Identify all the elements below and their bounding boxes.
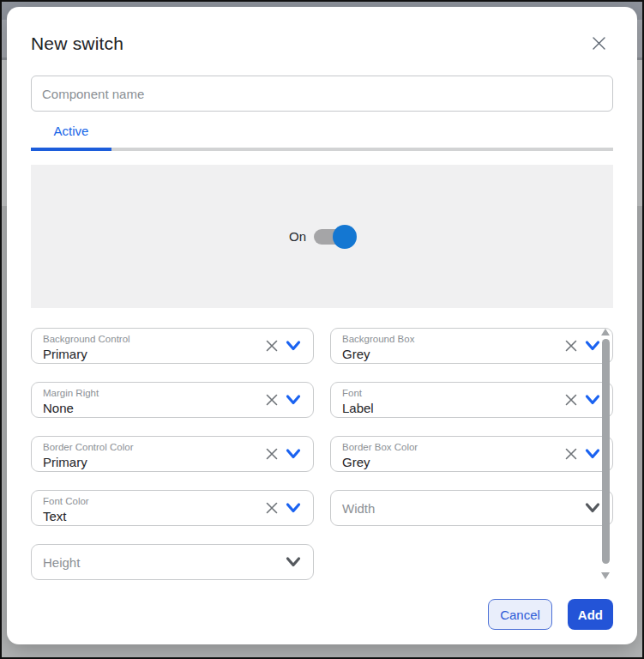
- dialog-footer: Cancel Add: [31, 599, 613, 630]
- tab-bar: Active: [31, 124, 613, 151]
- toggle-label: On: [289, 229, 306, 244]
- field-value: Primary: [43, 346, 239, 362]
- scrollbar-thumb[interactable]: [602, 339, 610, 564]
- chevron-down-icon[interactable]: [585, 394, 600, 406]
- field-label: Background Box: [342, 333, 539, 345]
- clear-icon[interactable]: [564, 339, 578, 353]
- chevron-down-icon[interactable]: [286, 502, 301, 514]
- field-actions: [564, 393, 600, 407]
- chevron-down-icon[interactable]: [585, 448, 600, 460]
- field-actions: [265, 339, 301, 353]
- dialog-title: New switch: [31, 33, 613, 54]
- field-value: None: [43, 400, 239, 416]
- field-label: Margin Right: [43, 387, 239, 399]
- component-name-input[interactable]: [31, 76, 613, 112]
- field-actions: [564, 339, 600, 353]
- preview-panel: On: [31, 165, 613, 308]
- field-placeholder: Height: [32, 555, 80, 570]
- scrollbar: [601, 329, 610, 579]
- chevron-down-icon[interactable]: [286, 340, 301, 352]
- close-icon: [591, 35, 607, 54]
- clear-icon[interactable]: [265, 447, 279, 461]
- select-font[interactable]: Font Label: [330, 382, 613, 418]
- screen-frame: New switch Active On: [0, 0, 644, 659]
- select-margin-right[interactable]: Margin Right None: [31, 382, 314, 418]
- field-actions: [564, 447, 600, 461]
- tab-active[interactable]: Active: [31, 124, 111, 138]
- dialog-header: New switch: [31, 33, 613, 54]
- tab-track: [31, 148, 613, 151]
- toggle-knob[interactable]: [333, 225, 357, 249]
- chevron-down-icon[interactable]: [286, 556, 301, 568]
- chevron-down-icon[interactable]: [286, 448, 301, 460]
- clear-icon[interactable]: [564, 393, 578, 407]
- select-font-color[interactable]: Font Color Text: [31, 490, 314, 526]
- field-actions: [585, 502, 600, 514]
- field-value: Grey: [342, 346, 539, 362]
- style-fields-grid: Background Control Primary Background Bo…: [31, 328, 613, 580]
- close-button[interactable]: [589, 35, 608, 54]
- new-switch-dialog: New switch Active On: [7, 7, 637, 644]
- select-height[interactable]: Height: [31, 544, 314, 580]
- field-actions: [286, 556, 301, 568]
- field-label: Background Control: [43, 333, 239, 345]
- field-placeholder: Width: [331, 501, 375, 516]
- clear-icon[interactable]: [265, 393, 279, 407]
- scroll-up-icon[interactable]: [601, 329, 610, 336]
- clear-icon[interactable]: [265, 339, 279, 353]
- field-value: Primary: [43, 454, 239, 470]
- field-value: Label: [342, 400, 539, 416]
- select-background-box[interactable]: Background Box Grey: [330, 328, 613, 364]
- clear-icon[interactable]: [265, 501, 279, 515]
- select-background-control[interactable]: Background Control Primary: [31, 328, 314, 364]
- field-label: Font Color: [43, 495, 239, 507]
- field-value: Text: [43, 508, 239, 524]
- scroll-down-icon[interactable]: [601, 572, 610, 579]
- switch-preview[interactable]: On: [289, 229, 355, 245]
- select-border-box-color[interactable]: Border Box Color Grey: [330, 436, 613, 472]
- field-label: Font: [342, 387, 539, 399]
- field-actions: [265, 501, 301, 515]
- add-button[interactable]: Add: [568, 599, 613, 630]
- field-actions: [265, 447, 301, 461]
- chevron-down-icon[interactable]: [585, 502, 600, 514]
- toggle-track[interactable]: [314, 229, 355, 245]
- tab-active-indicator: [31, 148, 111, 151]
- field-value: Grey: [342, 454, 539, 470]
- cancel-button[interactable]: Cancel: [488, 599, 552, 630]
- field-label: Border Control Color: [43, 441, 239, 453]
- select-border-control-color[interactable]: Border Control Color Primary: [31, 436, 314, 472]
- field-actions: [265, 393, 301, 407]
- chevron-down-icon[interactable]: [286, 394, 301, 406]
- field-label: Border Box Color: [342, 441, 539, 453]
- chevron-down-icon[interactable]: [585, 340, 600, 352]
- select-width[interactable]: Width: [330, 490, 613, 526]
- clear-icon[interactable]: [564, 447, 578, 461]
